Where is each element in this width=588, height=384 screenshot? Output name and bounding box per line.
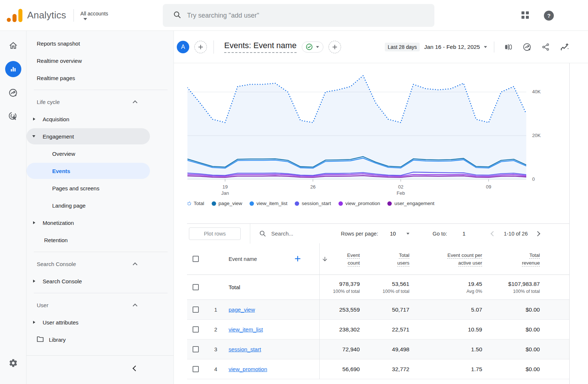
sidebar-section-user[interactable]: User	[26, 297, 173, 313]
row-checkbox[interactable]	[193, 366, 199, 372]
apps-grid-icon[interactable]	[521, 11, 529, 21]
legend-swatch	[338, 201, 343, 206]
date-preset-badge: Last 28 days	[385, 43, 420, 51]
add-comparison-icon[interactable]	[194, 41, 207, 53]
date-range-picker[interactable]: Jan 16 - Feb 12, 2025	[424, 44, 480, 50]
sidebar-item-user-attributes[interactable]: User attributes	[26, 314, 150, 330]
sidebar-item-pages-and-screens[interactable]: Pages and screens	[26, 180, 150, 196]
reports-icon[interactable]	[5, 61, 21, 77]
line-chart-plot[interactable]	[187, 68, 526, 184]
row-checkbox[interactable]	[193, 326, 199, 333]
legend-item-view_promotion[interactable]: view_promotion	[338, 201, 380, 206]
sidebar-item-landing-page[interactable]: Landing page	[26, 197, 150, 213]
x-tick-label: 09	[478, 184, 500, 190]
insights-icon[interactable]	[522, 42, 532, 52]
previous-page-icon[interactable]	[491, 232, 495, 236]
row-checkbox[interactable]	[193, 306, 199, 313]
row-checkbox[interactable]	[193, 284, 199, 290]
sidebar-item-reports-snapshot[interactable]: Reports snapshot	[26, 35, 150, 51]
sidebar-item-realtime-overview[interactable]: Realtime overview	[26, 53, 150, 69]
search-placeholder: Try searching "add user"	[187, 12, 259, 19]
sidebar-item-overview[interactable]: Overview	[26, 146, 150, 162]
expand-down-icon	[32, 135, 35, 137]
check-circle-icon	[306, 43, 313, 50]
google-analytics-logo[interactable]	[7, 9, 23, 22]
column-header-total-users: Totalusers	[360, 251, 409, 267]
row-checkbox[interactable]	[193, 346, 199, 352]
event-link[interactable]: page_view	[229, 306, 255, 313]
add-report-tab-icon[interactable]	[329, 41, 341, 53]
sidebar-item-engagement[interactable]: Engagement	[26, 128, 150, 144]
event-link[interactable]: view_promotion	[229, 366, 267, 372]
advertising-icon[interactable]	[5, 108, 21, 124]
page-title[interactable]: Events: Event name	[224, 41, 297, 53]
sidebar-item-library[interactable]: Library	[26, 331, 150, 348]
sidebar-item-search-console[interactable]: Search Console	[26, 273, 150, 289]
sidebar-item-retention[interactable]: Retention	[26, 232, 150, 248]
explore-icon[interactable]	[5, 85, 21, 101]
column-header-total-revenue: Totalrevenue	[482, 251, 540, 267]
sidebar-item-monetization[interactable]: Monetization	[26, 215, 150, 231]
collapse-sidebar-icon[interactable]	[133, 365, 137, 372]
divider	[250, 224, 250, 244]
event-link[interactable]: session_start	[229, 346, 261, 352]
legend-item-view_item_list[interactable]: view_item_list	[250, 201, 287, 206]
table-total-row: Total 978,379100% of total 53,561100% of…	[187, 275, 569, 300]
legend-label: view_item_list	[257, 201, 287, 206]
sidebar-item-acquisition[interactable]: Acquisition	[26, 111, 150, 127]
table-search-input[interactable]: Search...	[259, 230, 293, 237]
legend-item-Total[interactable]: Total	[187, 201, 204, 206]
comparison-avatar[interactable]: A	[177, 41, 189, 53]
global-search-input[interactable]: Try searching "add user"	[163, 4, 434, 27]
legend-label: session_start	[302, 201, 331, 206]
settings-gear-icon[interactable]	[0, 358, 26, 368]
chevron-down-icon	[316, 46, 319, 48]
select-all-checkbox[interactable]	[193, 256, 199, 262]
home-icon[interactable]	[5, 37, 21, 54]
data-quality-badge[interactable]	[302, 42, 323, 53]
add-column-icon[interactable]	[294, 255, 301, 263]
chevron-down-icon[interactable]	[484, 46, 487, 48]
legend-swatch	[387, 201, 392, 206]
chevron-down-icon[interactable]	[406, 233, 409, 234]
x-tick-label: 02Feb	[390, 184, 412, 196]
help-icon[interactable]: ?	[544, 11, 554, 21]
share-icon[interactable]	[541, 43, 550, 51]
legend-item-page_view[interactable]: page_view	[212, 201, 243, 206]
sidebar-section-search-console[interactable]: Search Console	[26, 256, 173, 272]
chevron-up-icon	[133, 304, 137, 308]
table-header-row: Event name Eventcount Totalusers Event c…	[187, 243, 569, 275]
account-switcher[interactable]: All accounts	[80, 11, 108, 20]
expand-right-icon	[33, 118, 35, 121]
product-name: Analytics	[27, 10, 66, 21]
next-page-icon[interactable]	[536, 232, 539, 236]
report-header: A Events: Event name Last 28 days Jan 16…	[174, 31, 588, 63]
table-row: 2 view_item_list 238,302 22,571 10.59 $0…	[187, 320, 569, 340]
insights-sparkle-icon[interactable]	[560, 42, 569, 52]
y-tick-label: 20K	[532, 133, 551, 138]
chevron-up-icon	[133, 262, 137, 267]
expand-right-icon	[33, 321, 35, 324]
legend-item-user_engagement[interactable]: user_engagement	[387, 201, 434, 206]
plot-rows-button[interactable]: Plot rows	[189, 227, 241, 240]
sidebar-item-realtime-pages[interactable]: Realtime pages	[26, 70, 150, 86]
sidebar-footer	[26, 355, 173, 384]
divider	[494, 42, 494, 53]
app-bar: Analytics All accounts Try searching "ad…	[0, 0, 588, 31]
events-over-time-chart: 020K40K 19Jan2602Feb09 Totalpage_viewvie…	[174, 63, 569, 223]
sidebar-section-life-cycle[interactable]: Life cycle	[26, 94, 173, 110]
compare-editions-icon[interactable]	[504, 43, 513, 51]
goto-page-input[interactable]: 1	[463, 231, 466, 237]
x-tick-label: 19Jan	[214, 184, 236, 196]
event-link[interactable]: view_item_list	[229, 326, 263, 333]
divider	[34, 252, 168, 252]
column-header-event-name[interactable]: Event name	[224, 256, 319, 262]
legend-item-session_start[interactable]: session_start	[295, 201, 331, 206]
sidebar-item-events[interactable]: Events	[26, 163, 150, 179]
search-icon	[259, 230, 266, 237]
rows-per-page-value[interactable]: 10	[390, 231, 396, 237]
expand-right-icon	[33, 221, 35, 224]
legend-swatch	[295, 201, 299, 206]
legend-swatch	[250, 201, 254, 206]
sort-descending-icon[interactable]	[322, 256, 328, 264]
